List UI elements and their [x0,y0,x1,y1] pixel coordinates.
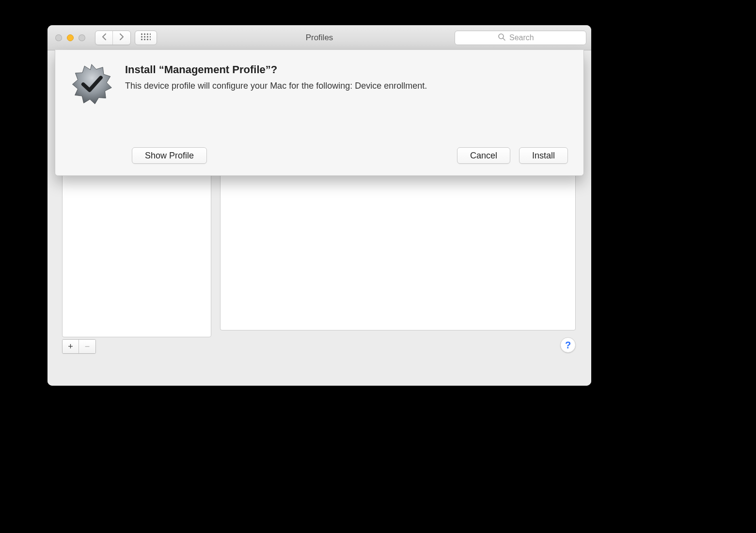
back-button[interactable] [95,31,113,45]
add-profile-button[interactable]: + [63,340,79,353]
window-close-button[interactable] [55,34,62,41]
dialog-description: This device profile will configure your … [125,81,568,91]
svg-rect-3 [150,33,151,35]
svg-rect-2 [147,33,148,35]
dialog-title: Install “Management Profile”? [125,63,568,76]
add-remove-control: + − [62,339,96,354]
search-field[interactable] [455,31,586,45]
install-button[interactable]: Install [519,147,568,164]
svg-rect-8 [141,39,142,40]
svg-marker-14 [72,64,111,104]
cancel-button[interactable]: Cancel [457,147,510,164]
nav-back-forward [95,31,131,45]
profiles-window: Profiles No profiles installed + − ? [47,25,591,386]
titlebar: Profiles [47,25,591,50]
remove-profile-button[interactable]: − [79,340,95,353]
plus-icon: + [68,342,73,351]
chevron-right-icon [119,33,125,42]
help-icon: ? [565,340,571,351]
minus-icon: − [85,342,90,351]
chevron-left-icon [101,33,107,42]
traffic-lights [55,34,85,41]
svg-line-13 [503,38,505,40]
search-input[interactable] [509,33,543,42]
svg-rect-0 [141,33,142,35]
svg-rect-7 [150,36,151,37]
starburst-checkmark-icon [71,63,112,105]
svg-rect-4 [141,36,142,37]
search-icon [498,33,505,43]
svg-rect-11 [150,39,151,40]
forward-button[interactable] [113,31,130,45]
help-button[interactable]: ? [560,337,576,353]
install-profile-dialog: Install “Management Profile”? This devic… [55,50,584,176]
window-minimize-button[interactable] [67,34,74,41]
show-all-button[interactable] [135,31,157,45]
svg-rect-9 [144,39,145,40]
svg-rect-10 [147,39,148,40]
show-profile-button[interactable]: Show Profile [132,147,207,164]
svg-rect-1 [144,33,145,35]
svg-rect-6 [147,36,148,37]
grid-icon [141,33,151,42]
window-zoom-button[interactable] [79,34,85,41]
svg-rect-5 [144,36,145,37]
